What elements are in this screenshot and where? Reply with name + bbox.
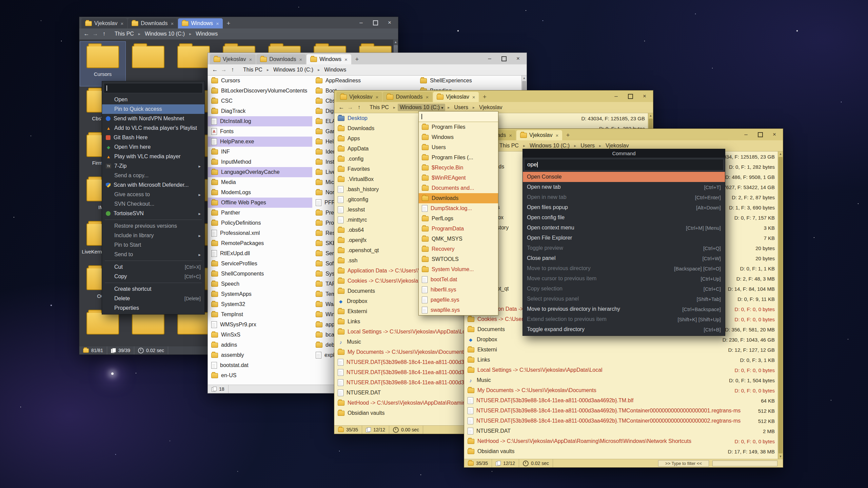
file-row-inf[interactable]: INF <box>208 147 312 157</box>
file-row-assembly[interactable]: assembly <box>208 350 312 360</box>
file-row-nethood-c-users-vjekoslav-appdata-roaming-microsoft-windows-network-shortcuts[interactable]: NetHood -> C:\Users\Vjekoslav\AppData\Ro… <box>464 436 778 446</box>
popup-item-swtools[interactable]: SWTOOLS <box>419 254 498 264</box>
menu-item-play-with-vlc-media-player[interactable]: ▲Play with VLC media player <box>102 152 204 161</box>
tab-close-icon[interactable]: × <box>171 21 174 26</box>
menu-item-open[interactable]: Open <box>102 95 204 104</box>
breadcrumb-windows-10-c[interactable]: Windows 10 (C:)▾ <box>398 104 445 111</box>
file-row-dtcinstall-log[interactable]: DtcInstall.log <box>208 116 312 126</box>
command-item-open-new-tab[interactable]: Open new tab[Ctrl+T] <box>523 182 725 192</box>
back-button[interactable]: ← <box>82 30 91 38</box>
tab-downloads[interactable]: Downloads× <box>256 54 306 64</box>
tab-close-icon[interactable]: × <box>216 21 219 26</box>
command-item-copy-selection[interactable]: Copy selection[Ctrl+C] <box>523 284 725 294</box>
file-row-diagtrack[interactable]: DiagTrack <box>208 106 312 116</box>
breadcrumb-this-pc[interactable]: This PC <box>113 30 136 38</box>
file-row-panther[interactable]: Panther <box>208 208 312 218</box>
breadcrumb-this-pc[interactable]: This PC <box>368 104 391 111</box>
file-row-ntuser-dat-53b39e88-18c4-11ea-a811-000d3aa4692b-tmcontainer00000000000000000002-regtrans-ms[interactable]: NTUSER.DAT{53b39e88-18c4-11ea-a811-000d3… <box>464 416 778 426</box>
file-row-dropbox[interactable]: ◆DropboxD: 230, F: 1043, 46 GB <box>464 334 778 345</box>
popup-filter-input[interactable] <box>419 111 498 122</box>
file-row-local-settings-c-users-vjekoslav-appdata-local[interactable]: Local Settings -> C:\Users\Vjekoslav\App… <box>464 365 778 375</box>
file-row-shellexperiences[interactable]: ShellExperiences <box>417 76 521 86</box>
popup-item-qmk-msys[interactable]: QMK_MSYS <box>419 234 498 244</box>
scrollbar[interactable]: ▲ ▼ <box>778 151 783 459</box>
file-row-obsidian-vaults[interactable]: Obsidian vaultsD: 17, F: 149, 38 MB <box>464 446 778 456</box>
command-item-close-panel[interactable]: Close panel[Ctrl+W] <box>523 253 725 263</box>
close-button[interactable]: × <box>512 54 525 63</box>
close-button[interactable]: × <box>383 18 396 27</box>
breadcrumb-windows-10-c[interactable]: Windows 10 (C:) <box>528 142 572 149</box>
breadcrumb-users[interactable]: Users <box>452 104 470 111</box>
popup-item-programdata[interactable]: ProgramData <box>419 224 498 234</box>
command-item-open-console[interactable]: Open Console <box>523 172 725 182</box>
titlebar[interactable]: Vjekoslav×Downloads×Windows×+ –× <box>208 53 527 64</box>
context-menu-filter-input[interactable] <box>104 83 203 93</box>
up-button[interactable]: ↑ <box>355 103 363 111</box>
tab-vjekoslav[interactable]: Vjekoslav× <box>433 92 479 102</box>
file-row-modemlogs[interactable]: ModemLogs <box>208 187 312 198</box>
file-row-serviceprofiles[interactable]: ServiceProfiles <box>208 259 312 269</box>
popup-item-recycle-bin[interactable]: $Recycle.Bin <box>419 163 498 173</box>
minimize-button[interactable]: – <box>739 130 752 139</box>
menu-item-git-bash-here[interactable]: Git Bash Here <box>102 133 204 142</box>
file-row-inputmethod[interactable]: InputMethod <box>208 157 312 167</box>
command-item-move-cursor-to-previous-item[interactable]: Move cursor to previous item[Ctrl+Up] <box>523 273 725 284</box>
tab-vjekoslav[interactable]: Vjekoslav× <box>81 18 127 28</box>
menu-item-7-zip[interactable]: 7z7-Zip▸ <box>102 161 204 171</box>
popup-item-program-files[interactable]: Program Files <box>419 122 498 132</box>
command-input[interactable]: ope <box>524 159 724 170</box>
forward-button[interactable]: → <box>219 66 228 74</box>
tab-close-icon[interactable]: × <box>344 57 348 62</box>
popup-item-winreagent[interactable]: $WinREAgent <box>419 173 498 183</box>
popup-item-program-files[interactable]: Program Files (... <box>419 152 498 163</box>
file-row-speech[interactable]: Speech <box>208 279 312 289</box>
scroll-up-icon[interactable]: ▲ <box>648 113 653 118</box>
tab-vjekoslav[interactable]: Vjekoslav× <box>336 92 382 102</box>
file-row-languageoverlaycache[interactable]: LanguageOverlayCache <box>208 167 312 177</box>
command-item-extend-selection-to-previous-item[interactable]: Extend selection to previous item[Shift+… <box>523 314 725 324</box>
file-row-wmsyspr9-prx[interactable]: WMSysPr9.prx <box>208 320 312 330</box>
titlebar[interactable]: Vjekoslav×Downloads×Vjekoslav×+ –× <box>334 90 653 102</box>
close-button[interactable]: × <box>638 92 651 101</box>
menu-item-restore-previous-versions[interactable]: Restore previous versions <box>102 221 204 231</box>
breadcrumb-windows[interactable]: Windows <box>194 30 220 38</box>
tab-windows[interactable]: Windows× <box>178 18 223 28</box>
command-item-toggle-expand-directory[interactable]: Toggle expand directory[Ctrl+B] <box>523 324 725 334</box>
file-row-links[interactable]: LinksD: 0, F: 3, 1 KB <box>464 355 778 365</box>
breadcrumb-vjekoslav[interactable]: Vjekoslav <box>604 142 631 149</box>
menu-item-properties[interactable]: Properties <box>102 303 204 313</box>
back-button[interactable]: ← <box>337 103 346 111</box>
tab-close-icon[interactable]: × <box>472 94 475 100</box>
command-item-select-previous-panel[interactable]: Select previous panel[Shift+Tab] <box>523 294 725 304</box>
menu-item-send-to[interactable]: Send to▸ <box>102 250 204 259</box>
tab-close-icon[interactable]: × <box>426 94 429 100</box>
grid-item-cursors[interactable]: Cursors <box>80 42 125 86</box>
popup-item-downloads[interactable]: Downloads <box>419 193 498 203</box>
menu-item-send-a-copy[interactable]: Send a copy... <box>102 171 204 180</box>
file-row-ntuser-dat[interactable]: NTUSER.DAT2 MB <box>464 426 778 436</box>
command-item-move-to-previous-directory-in-hierarchy[interactable]: Move to previous directory in hierarchy[… <box>523 304 725 314</box>
scroll-up-icon[interactable]: ▲ <box>522 76 527 80</box>
up-button[interactable]: ↑ <box>100 30 108 38</box>
file-row-ntuser-dat-53b39e88-18c4-11ea-a811-000d3aa4692b-tm-blf[interactable]: NTUSER.DAT{53b39e88-18c4-11ea-a811-000d3… <box>464 395 778 406</box>
menu-item-send-with-nordvpn-meshnet[interactable]: Send with NordVPN Meshnet <box>102 114 204 123</box>
menu-item-delete[interactable]: Delete[Delete] <box>102 294 204 303</box>
popup-item-windows[interactable]: Windows <box>419 132 498 142</box>
file-row-tempinst[interactable]: TempInst <box>208 309 312 320</box>
up-button[interactable]: ↑ <box>228 66 237 74</box>
forward-button[interactable]: → <box>91 30 100 38</box>
menu-item-tortoisesvn[interactable]: TortoiseSVN▸ <box>102 209 204 218</box>
tab-close-icon[interactable]: × <box>509 133 512 138</box>
popup-item-dumpstack-log[interactable]: DumpStack.log... <box>419 203 498 214</box>
file-row-addins[interactable]: addins <box>208 340 312 350</box>
tab-close-icon[interactable]: × <box>375 94 378 100</box>
command-item-open-context-menu[interactable]: Open context menu[Ctrl+M] [Menu] <box>523 223 725 233</box>
scroll-down-icon[interactable]: ▼ <box>778 454 783 459</box>
minimize-button[interactable]: – <box>355 18 368 27</box>
scroll-up-icon[interactable]: ▲ <box>778 151 783 156</box>
file-row-rtlexupd-dll[interactable]: RtlExUpd.dll <box>208 248 312 259</box>
popup-item-perflogs[interactable]: PerfLogs <box>419 214 498 224</box>
menu-item-open-vim-here[interactable]: ◆Open Vim here <box>102 142 204 152</box>
file-row-appreadiness[interactable]: AppReadiness <box>312 76 417 86</box>
back-button[interactable]: ← <box>211 66 219 74</box>
